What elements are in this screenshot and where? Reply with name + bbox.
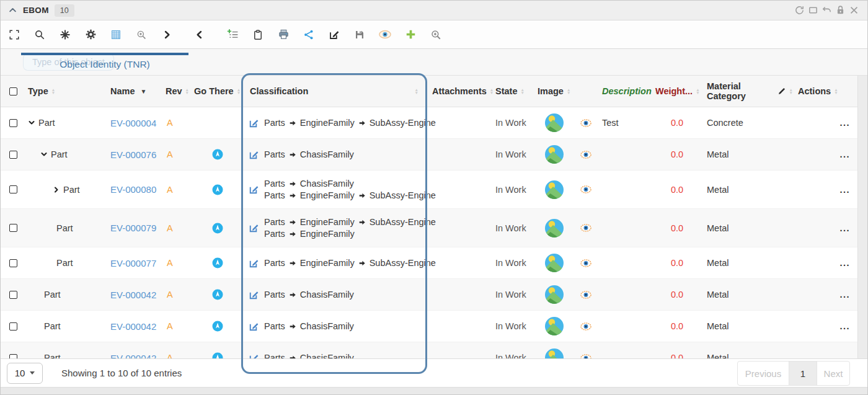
visibility-eye-icon[interactable] [580, 354, 591, 359]
part-name-link[interactable]: EV-000079 [110, 223, 156, 233]
sync-icon[interactable] [793, 4, 805, 17]
column-header-image[interactable]: Image▲▼ [533, 86, 571, 96]
visibility-eye-icon[interactable] [580, 259, 591, 267]
grid-icon[interactable] [110, 29, 122, 41]
search-icon[interactable] [33, 29, 46, 41]
add-icon[interactable] [404, 29, 417, 41]
part-name-link[interactable]: EV-000004 [110, 118, 156, 128]
column-header-name[interactable]: Name▼ [100, 86, 161, 96]
chevron-right-icon[interactable] [161, 29, 173, 41]
classification-edit-icon[interactable] [249, 258, 259, 269]
restore-icon[interactable] [807, 4, 819, 17]
row-checkbox[interactable] [9, 151, 17, 159]
clipboard-icon[interactable] [252, 29, 264, 41]
part-name-link[interactable]: EV-000080 [110, 184, 156, 195]
previous-page-button[interactable]: Previous [738, 362, 789, 385]
part-name-link[interactable]: EV-000042 [110, 353, 156, 359]
column-header-go-there[interactable]: Go There▲▼ [189, 86, 241, 96]
undo-icon[interactable] [820, 4, 833, 17]
visibility-eye-icon[interactable] [580, 119, 591, 127]
sort-icon[interactable]: ▲▼ [567, 88, 570, 94]
save-icon[interactable] [353, 29, 366, 41]
row-checkbox[interactable] [9, 322, 17, 331]
classification-edit-icon[interactable] [249, 353, 259, 359]
sort-icon[interactable]: ▲▼ [834, 88, 838, 94]
row-checkbox[interactable] [9, 259, 17, 267]
classification-edit-icon[interactable] [249, 223, 259, 233]
classification-edit-icon[interactable] [249, 184, 259, 195]
go-there-icon[interactable] [212, 352, 223, 358]
visibility-eye-icon[interactable] [580, 291, 591, 299]
search-plus-icon[interactable] [135, 29, 148, 41]
collapse-row-icon[interactable] [28, 119, 35, 126]
row-checkbox[interactable] [9, 185, 17, 193]
zoom-in-icon[interactable] [430, 29, 442, 41]
column-header-weight[interactable]: Weight...▲▼ [650, 86, 699, 96]
burst-icon[interactable] [59, 29, 71, 41]
go-there-icon[interactable] [212, 149, 223, 160]
current-page-button[interactable]: 1 [789, 362, 817, 385]
column-header-attachments[interactable]: Attachments▲▼ [427, 86, 489, 96]
visibility-eye-icon[interactable] [580, 322, 591, 331]
column-header-type[interactable]: Type▲▼ [23, 86, 100, 96]
part-name-link[interactable]: EV-000076 [110, 149, 156, 160]
sort-icon[interactable]: ▲▼ [51, 88, 55, 94]
sort-desc-icon[interactable]: ▼ [141, 88, 147, 95]
lock-icon[interactable] [834, 4, 846, 17]
print-icon[interactable] [277, 29, 290, 41]
row-actions-menu[interactable]: ... [839, 185, 850, 195]
sort-icon[interactable]: ▲▼ [237, 88, 241, 94]
row-checkbox[interactable] [9, 291, 17, 299]
tab-object-identity[interactable]: Object Identity (TNR) [21, 53, 188, 70]
column-header-actions[interactable]: Actions▲▼ [793, 86, 859, 96]
part-thumbnail-image[interactable] [545, 348, 564, 358]
add-list-icon[interactable] [226, 29, 239, 41]
go-there-icon[interactable] [212, 257, 223, 269]
go-there-icon[interactable] [212, 184, 223, 195]
row-actions-menu[interactable]: ... [839, 353, 850, 358]
column-header-state[interactable]: State▲▼ [489, 86, 533, 96]
row-actions-menu[interactable]: ... [839, 149, 850, 159]
part-thumbnail-image[interactable] [545, 285, 564, 304]
classification-edit-icon[interactable] [249, 290, 259, 300]
collapse-row-icon[interactable] [40, 151, 48, 158]
part-thumbnail-image[interactable] [545, 254, 564, 272]
part-thumbnail-image[interactable] [545, 113, 564, 132]
classification-edit-icon[interactable] [249, 149, 259, 160]
select-all-checkbox[interactable] [9, 87, 17, 95]
sort-icon[interactable]: ▲▼ [415, 88, 418, 94]
row-checkbox[interactable] [9, 354, 17, 359]
part-thumbnail-image[interactable] [545, 317, 564, 335]
page-size-select[interactable]: 10 [7, 363, 43, 384]
sort-icon[interactable]: ▲▼ [520, 88, 524, 94]
part-thumbnail-image[interactable] [545, 219, 564, 237]
visibility-eye-icon[interactable] [580, 224, 591, 232]
column-header-material-category[interactable]: Material Category▲▼ [699, 81, 793, 101]
classification-edit-icon[interactable] [249, 118, 259, 128]
part-name-link[interactable]: EV-000077 [110, 258, 156, 269]
row-checkbox[interactable] [9, 119, 17, 127]
next-page-button[interactable]: Next [817, 362, 849, 385]
visibility-eye-icon[interactable] [580, 185, 591, 193]
row-actions-menu[interactable]: ... [839, 321, 850, 331]
classification-edit-icon[interactable] [249, 321, 259, 332]
part-name-link[interactable]: EV-000042 [110, 321, 156, 332]
edit-icon[interactable] [328, 29, 340, 41]
chevron-left-icon[interactable] [193, 29, 206, 41]
column-header-description[interactable]: Description▲▼ [596, 86, 650, 96]
row-checkbox[interactable] [9, 224, 17, 232]
part-name-link[interactable]: EV-000042 [110, 290, 156, 300]
go-there-icon[interactable] [212, 321, 223, 332]
row-actions-menu[interactable]: ... [839, 258, 850, 268]
row-actions-menu[interactable]: ... [839, 118, 850, 128]
expand-icon[interactable] [8, 29, 20, 41]
part-thumbnail-image[interactable] [545, 180, 564, 199]
visibility-eye-icon[interactable] [580, 151, 591, 159]
go-there-icon[interactable] [212, 223, 223, 234]
share-icon[interactable] [303, 29, 315, 41]
settings-icon[interactable] [84, 29, 97, 41]
row-actions-menu[interactable]: ... [839, 290, 850, 300]
collapse-panel-icon[interactable] [8, 6, 17, 15]
column-header-classification[interactable]: Classification▲▼ [241, 86, 427, 96]
expand-row-icon[interactable] [53, 186, 60, 193]
